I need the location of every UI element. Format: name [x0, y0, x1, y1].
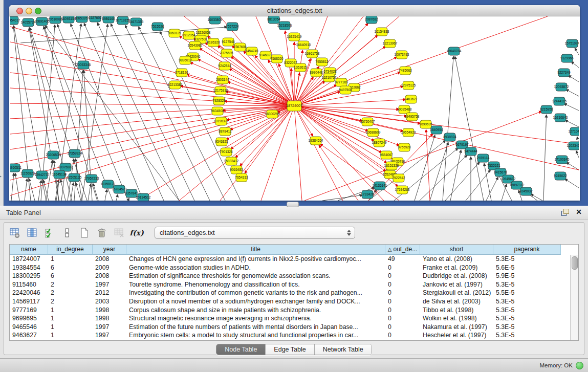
graph-edge[interactable] — [71, 24, 143, 201]
cell-outde: 0 — [385, 306, 420, 315]
graph-edge[interactable] — [10, 103, 294, 106]
graph-edge[interactable] — [105, 189, 107, 201]
graph-edge[interactable] — [445, 162, 480, 201]
scrollbar-thumb[interactable] — [572, 256, 578, 270]
graph-edge[interactable] — [294, 106, 407, 116]
new-document-icon[interactable] — [78, 227, 91, 239]
network-window[interactable]: citations_edges.txt 18724007986012589129… — [9, 5, 580, 201]
graph-edge[interactable] — [25, 179, 27, 201]
graph-edge[interactable] — [294, 106, 399, 110]
select-rows-icon[interactable] — [43, 227, 56, 239]
panel-collapse-arrow[interactable]: ▸ — [0, 174, 2, 179]
graph-edge[interactable] — [531, 194, 542, 201]
graph-edge[interactable] — [10, 106, 294, 134]
graph-edge[interactable] — [88, 184, 91, 201]
cell-name: 14569117 — [10, 297, 48, 306]
window-titlebar[interactable]: citations_edges.txt — [9, 5, 580, 16]
graph-edge[interactable] — [466, 170, 491, 201]
column-header-year[interactable]: year — [93, 245, 126, 255]
graph-edge[interactable] — [294, 106, 579, 170]
graph-edge[interactable] — [11, 173, 14, 201]
vertical-scrollbar[interactable] — [570, 255, 578, 340]
graph-edge[interactable] — [571, 61, 579, 68]
graph-edge[interactable] — [82, 24, 108, 201]
graph-node-label: 7928329 — [212, 99, 226, 102]
graph-node-label: 9245032 — [519, 189, 533, 193]
graph-edge[interactable] — [10, 27, 294, 106]
tab-network-table[interactable]: Network Table — [315, 344, 372, 355]
graph-node-label: 14136141 — [373, 184, 387, 187]
column-header-title[interactable]: title — [126, 245, 385, 255]
graph-edge[interactable] — [568, 75, 579, 82]
graph-edge[interactable] — [575, 48, 579, 55]
graph-edge[interactable] — [486, 177, 498, 201]
graph-edge[interactable] — [10, 106, 294, 195]
graph-edge[interactable] — [57, 24, 128, 201]
column-header-pagerank[interactable]: pagerank — [493, 245, 561, 255]
table-settings-icon[interactable] — [8, 227, 21, 239]
table-row[interactable]: 969969511998Structural magnetic resonanc… — [10, 314, 570, 323]
graph-node-label: 2087682 — [365, 17, 378, 21]
table-row[interactable]: 1872400712008Changes of HCN gene express… — [10, 255, 570, 264]
column-header-short[interactable]: short — [420, 245, 493, 255]
graph-edge[interactable] — [426, 129, 430, 201]
tab-edge-table[interactable]: Edge Table — [266, 344, 314, 355]
network-canvas[interactable]: 1872400798601258912954132260589327508165… — [10, 16, 579, 201]
delete-rows-icon[interactable] — [95, 227, 108, 239]
column-header-name[interactable]: name — [10, 245, 48, 255]
graph-edge[interactable] — [576, 150, 579, 158]
table-row[interactable]: 911546021997Tourette syndrome. Phenomeno… — [10, 280, 570, 289]
cell-short: de Silva et al. (2003) — [420, 297, 493, 306]
graph-edge[interactable] — [567, 162, 579, 170]
graph-edge[interactable] — [294, 106, 343, 201]
float-window-icon[interactable] — [561, 209, 569, 215]
table-row[interactable]: 1456911722003Disruption of a novel membe… — [10, 297, 570, 306]
table-row[interactable]: 2242004622012Investigating the contribut… — [10, 289, 570, 297]
graph-node-label: 8912954 — [182, 33, 195, 37]
graph-edge[interactable] — [84, 23, 164, 201]
row-height-icon[interactable] — [60, 227, 74, 239]
table-row[interactable]: 1938455462009Genome-wide association stu… — [10, 264, 570, 272]
table-panel: Table Panel ✕ — [0, 206, 588, 358]
column-header-outde[interactable]: △out_de... — [385, 245, 420, 255]
graph-edge[interactable] — [294, 16, 363, 106]
graph-edge[interactable] — [294, 16, 548, 106]
graph-edge[interactable] — [60, 180, 66, 201]
column-header-indegree[interactable]: in_degree — [48, 245, 93, 255]
table-row[interactable]: 946362711997Embryonic stem cells: a mode… — [10, 331, 570, 340]
graph-edge[interactable] — [502, 184, 507, 201]
graph-edge[interactable] — [294, 106, 302, 201]
table-selector-dropdown[interactable]: citations_edges.txt — [155, 227, 355, 239]
graph-edge[interactable] — [71, 183, 73, 201]
graph-edge[interactable] — [15, 173, 19, 201]
function-builder-icon[interactable]: f(x) — [130, 227, 143, 239]
table-row[interactable]: 1830029562008Estimation of significance … — [10, 272, 570, 280]
close-icon[interactable]: ✕ — [576, 208, 582, 216]
graph-node-label: 9497508 — [339, 88, 352, 92]
graph-node-label: 9634508 — [211, 109, 224, 113]
graph-edge[interactable] — [566, 90, 579, 96]
graph-edge[interactable] — [564, 103, 579, 111]
graph-edge[interactable] — [261, 106, 294, 201]
select-column-icon[interactable] — [26, 227, 39, 239]
graph-node-label: 9896012 — [179, 58, 192, 62]
graph-edge[interactable] — [76, 183, 81, 201]
graph-edge[interactable] — [565, 120, 579, 127]
cell-pagerank: 5.3E-5 — [493, 255, 561, 264]
graph-edge[interactable] — [285, 31, 294, 106]
graph-node-label: 12975125 — [401, 83, 416, 87]
graph-edge[interactable] — [93, 184, 98, 201]
table-row[interactable]: 977716911998Corpus callosum shape and si… — [10, 306, 570, 315]
graph-edge[interactable] — [564, 179, 579, 188]
graph-edge[interactable] — [443, 56, 453, 201]
graph-edge[interactable] — [38, 180, 41, 201]
graph-edge[interactable] — [116, 194, 118, 201]
table-row[interactable]: 946554611997Estimation of the future num… — [10, 323, 570, 332]
memory-ok-icon[interactable] — [576, 362, 583, 369]
tab-node-table[interactable]: Node Table — [216, 344, 266, 355]
panel-divider-grip[interactable] — [287, 202, 299, 207]
graph-edge[interactable] — [179, 106, 294, 201]
graph-edge[interactable] — [415, 135, 435, 201]
graph-edge[interactable] — [128, 198, 129, 201]
graph-edge[interactable] — [543, 115, 547, 201]
